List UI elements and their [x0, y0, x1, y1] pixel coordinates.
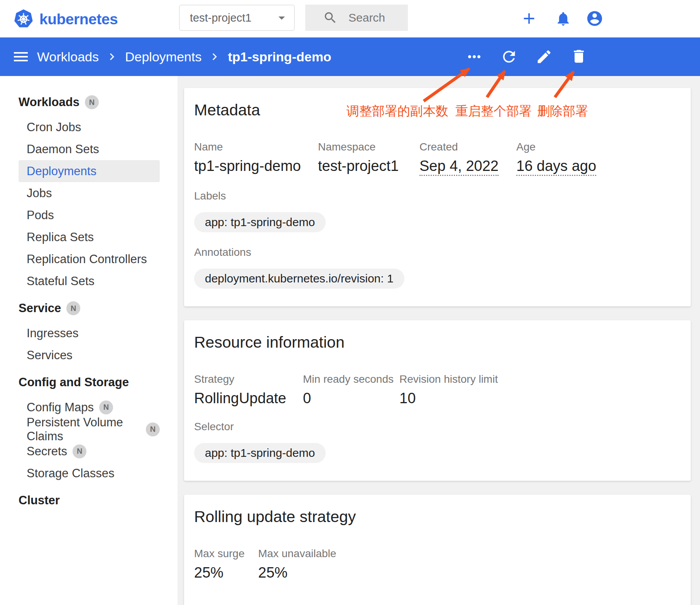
resource-information-title: Resource information: [194, 333, 681, 352]
rolling-update-strategy-title: Rolling update strategy: [194, 508, 681, 526]
create-resource-button[interactable]: [520, 10, 538, 27]
namespace-label: Namespace: [318, 141, 419, 153]
new-badge: N: [146, 422, 160, 436]
min-ready-seconds-label: Min ready seconds: [303, 373, 399, 385]
scale-deployment-button[interactable]: [465, 47, 484, 66]
sidebar-item-storage-classes[interactable]: Storage Classes: [19, 462, 160, 484]
revision-history-limit-value: 10: [399, 390, 681, 407]
sidebar-item-deployments[interactable]: Deployments: [19, 160, 160, 182]
chevron-right-icon: [105, 50, 119, 64]
max-surge-label: Max surge: [194, 548, 258, 560]
sidebar-item-daemon-sets[interactable]: Daemon Sets: [19, 138, 160, 160]
rolling-update-fields: Max surge 25% Max unavailable 25%: [194, 548, 681, 581]
sidebar-heading-service[interactable]: Service N: [19, 297, 160, 319]
new-badge: N: [99, 401, 113, 414]
namespace-selector[interactable]: test-project1: [179, 5, 295, 31]
breadcrumb-workloads[interactable]: Workloads: [37, 49, 99, 64]
metadata-card: Metadata Name tp1-spring-demo Namespace …: [184, 88, 691, 306]
account-icon: [586, 10, 604, 27]
new-badge: N: [66, 301, 80, 315]
dropdown-arrow-icon: [274, 10, 289, 25]
delete-deployment-button[interactable]: [570, 48, 587, 65]
created-value: Sep 4, 2022: [419, 158, 499, 176]
notifications-button[interactable]: [555, 10, 571, 27]
created-label: Created: [419, 141, 516, 153]
sidebar-heading-workloads[interactable]: Workloads N: [19, 91, 160, 113]
sidebar-item-stateful-sets[interactable]: Stateful Sets: [19, 270, 160, 292]
sidebar-item-secrets[interactable]: Secrets N: [19, 440, 160, 462]
resource-information-card: Resource information Strategy RollingUpd…: [184, 320, 691, 481]
name-label: Name: [194, 141, 318, 153]
labels-label: Labels: [194, 190, 681, 202]
notifications-icon: [555, 10, 571, 27]
sidebar-item-cron-jobs[interactable]: Cron Jobs: [19, 116, 160, 138]
label-chip: app: tp1-spring-demo: [194, 212, 326, 232]
sidebar-item-services[interactable]: Services: [19, 344, 160, 366]
revision-history-limit-label: Revision history limit: [399, 373, 681, 385]
edit-icon: [536, 48, 553, 65]
breadcrumb-current-deployment: tp1-spring-demo: [228, 49, 331, 64]
strategy-value: RollingUpdate: [194, 390, 303, 407]
sidebar-item-jobs[interactable]: Jobs: [19, 182, 160, 204]
chevron-right-icon: [208, 50, 221, 64]
max-surge-value: 25%: [194, 564, 258, 581]
selector-chip: app: tp1-spring-demo: [194, 443, 326, 463]
sidebar-item-replica-sets[interactable]: Replica Sets: [19, 226, 160, 248]
annotation-chip: deployment.kubernetes.io/revision: 1: [194, 269, 404, 289]
add-icon: [520, 10, 538, 27]
age-label: Age: [516, 141, 681, 153]
kubernetes-logo[interactable]: [13, 8, 34, 29]
sidebar-item-ingresses[interactable]: Ingresses: [19, 322, 160, 344]
sidebar-item-replication-controllers[interactable]: Replication Controllers: [19, 248, 160, 270]
brand-wordmark[interactable]: kubernetes: [39, 11, 118, 28]
max-unavailable-label: Max unavailable: [258, 548, 681, 560]
action-bar: Workloads Deployments tp1-spring-demo: [0, 37, 700, 76]
sidebar-heading-cluster[interactable]: Cluster: [19, 490, 160, 511]
menu-icon[interactable]: [12, 47, 30, 66]
sidebar-heading-config-and-storage[interactable]: Config and Storage: [19, 372, 160, 393]
sidebar-item-pods[interactable]: Pods: [19, 204, 160, 226]
namespace-value: test-project1: [318, 158, 419, 174]
new-badge: N: [73, 444, 86, 458]
rolling-update-strategy-card: Rolling update strategy Max surge 25% Ma…: [184, 495, 691, 605]
max-unavailable-value: 25%: [258, 564, 681, 581]
delete-icon: [570, 48, 587, 65]
age-value: 16 days ago: [516, 158, 596, 176]
annotations-label: Annotations: [194, 246, 681, 259]
metadata-card-title: Metadata: [194, 101, 681, 119]
namespace-selector-value: test-project1: [190, 12, 274, 24]
search-bar[interactable]: [305, 5, 408, 31]
search-input[interactable]: [348, 11, 409, 25]
min-ready-seconds-value: 0: [303, 390, 399, 407]
restart-deployment-button[interactable]: [500, 48, 518, 66]
user-account-button[interactable]: [586, 10, 604, 27]
breadcrumb: Workloads Deployments tp1-spring-demo: [37, 37, 331, 76]
top-app-bar: kubernetes test-project1: [0, 0, 700, 37]
new-badge: N: [85, 95, 99, 109]
more-horiz-icon: [465, 47, 484, 66]
resource-information-fields: Strategy RollingUpdate Min ready seconds…: [194, 373, 681, 407]
refresh-icon: [500, 48, 518, 66]
edit-deployment-button[interactable]: [536, 48, 553, 65]
strategy-label: Strategy: [194, 373, 303, 385]
selector-label: Selector: [194, 421, 681, 433]
page-content: Workloads N Cron Jobs Daemon Sets Deploy…: [0, 76, 700, 605]
breadcrumb-deployments[interactable]: Deployments: [125, 49, 201, 64]
sidebar-item-persistent-volume-claims[interactable]: Persistent Volume Claims N: [19, 418, 160, 440]
metadata-fields: Name tp1-spring-demo Namespace test-proj…: [194, 141, 681, 176]
search-icon: [323, 10, 338, 25]
sidebar-nav: Workloads N Cron Jobs Daemon Sets Deploy…: [0, 76, 178, 605]
name-value: tp1-spring-demo: [194, 158, 318, 174]
main-panel: Metadata Name tp1-spring-demo Namespace …: [178, 76, 700, 605]
sidebar-item-config-maps[interactable]: Config Maps N: [19, 396, 160, 418]
